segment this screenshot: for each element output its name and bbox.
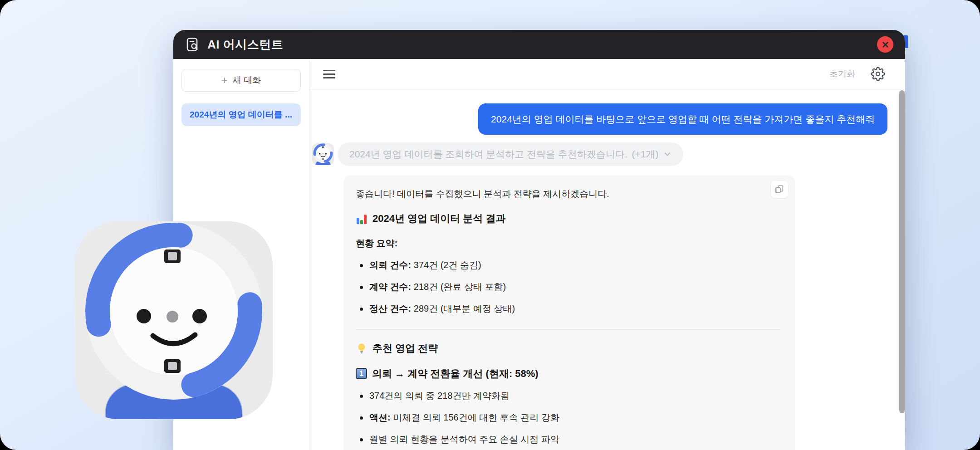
tool-status-pill[interactable]: 2024년 영업 데이터를 조회하여 분석하고 전략을 추천하겠습니다. (+1…	[338, 142, 683, 166]
document-search-icon	[185, 37, 201, 52]
conversion-heading-text: 의뢰 → 계약 전환율 개선 (현재: 58%)	[372, 367, 539, 381]
close-icon	[881, 40, 890, 49]
summary-list: 의뢰 건수: 374건 (2건 숨김) 계약 건수: 218건 (완료 상태 포…	[356, 254, 781, 319]
hamburger-icon	[323, 70, 335, 71]
list-item: 계약 건수: 218건 (완료 상태 포함)	[356, 276, 781, 298]
assistant-message-card: 좋습니다! 데이터를 수집했으니 분석과 전략을 제시하겠습니다. 2024년 …	[343, 176, 795, 450]
window-body: + 새 대화 2024년의 영업 데이터를 ... 초기화	[173, 59, 905, 450]
keycap-one-emoji-icon: 1	[356, 368, 367, 379]
new-chat-button[interactable]: + 새 대화	[181, 69, 301, 92]
sidebar-conversation-item[interactable]: 2024년의 영업 데이터를 ...	[181, 103, 301, 126]
answer-intro: 좋습니다! 데이터를 수집했으니 분석과 전략을 제시하겠습니다.	[356, 187, 781, 200]
page-background: AI 어시스턴트 + 새 대화 2024년의 영업 데이터를 ...	[0, 0, 980, 450]
list-item: 374건의 의뢰 중 218건만 계약화됨	[356, 385, 781, 406]
analysis-heading-text: 2024년 영업 데이터 분석 결과	[372, 212, 505, 225]
chevron-down-icon	[663, 150, 671, 158]
chat-scroll-area: 2024년의 영업 데이터를 바탕으로 앞으로 영업할 때 어떤 전략을 가져가…	[309, 89, 905, 450]
chat-toolbar: 초기화	[309, 59, 905, 89]
bar-chart-emoji-icon	[356, 213, 368, 225]
settings-button[interactable]	[871, 67, 885, 81]
tool-status-badge: (+1개)	[632, 148, 659, 161]
divider	[356, 329, 781, 330]
toolbar-right: 초기화	[829, 67, 892, 81]
new-chat-label: 새 대화	[233, 74, 261, 86]
list-item: 정산 건수: 289건 (대부분 예정 상태)	[356, 298, 781, 319]
gear-icon	[871, 67, 885, 81]
analysis-heading: 2024년 영업 데이터 분석 결과	[356, 212, 781, 225]
chat-main: 초기화 2024년의 영업 데이터를	[309, 59, 905, 450]
assistant-meta-row: 2024년 영업 데이터를 조회하여 분석하고 전략을 추천하겠습니다. (+1…	[312, 142, 887, 166]
list-item: 월별 의뢰 현황을 분석하여 주요 손실 시점 파악	[356, 428, 781, 450]
copy-button[interactable]	[770, 180, 789, 198]
window-titlebar: AI 어시스턴트	[173, 30, 905, 59]
user-message-row: 2024년의 영업 데이터를 바탕으로 앞으로 영업할 때 어떤 전략을 가져가…	[312, 103, 887, 135]
conversation-title: 2024년의 영업 데이터를 ...	[190, 109, 292, 121]
list-item: 액션: 미체결 의뢰 156건에 대한 후속 관리 강화	[356, 406, 781, 428]
assistant-window: AI 어시스턴트 + 새 대화 2024년의 영업 데이터를 ...	[173, 30, 905, 450]
copy-icon	[774, 184, 784, 194]
plus-icon: +	[221, 75, 228, 86]
chat-scrollbar-thumb[interactable]	[899, 90, 905, 413]
lightbulb-emoji-icon	[356, 342, 368, 354]
user-message-bubble: 2024년의 영업 데이터를 바탕으로 앞으로 영업할 때 어떤 전략을 가져가…	[478, 103, 887, 135]
strategy-list: 374건의 의뢰 중 218건만 계약화됨 액션: 미체결 의뢰 156건에 대…	[356, 385, 781, 450]
strategy-heading: 추천 영업 전략	[356, 342, 781, 355]
menu-button[interactable]	[323, 70, 335, 78]
summary-label: 현황 요약:	[356, 237, 781, 249]
tool-status-text: 2024년 영업 데이터를 조회하여 분석하고 전략을 추천하겠습니다.	[349, 148, 627, 161]
close-button[interactable]	[877, 36, 893, 53]
robot-mascot-image	[75, 221, 273, 419]
reset-button[interactable]: 초기화	[829, 68, 855, 80]
strategy-heading-text: 추천 영업 전략	[372, 342, 438, 355]
window-title: AI 어시스턴트	[207, 37, 283, 53]
list-item: 의뢰 건수: 374건 (2건 숨김)	[356, 254, 781, 276]
conversion-heading: 1 의뢰 → 계약 전환율 개선 (현재: 58%)	[356, 367, 781, 381]
assistant-avatar	[312, 143, 334, 165]
